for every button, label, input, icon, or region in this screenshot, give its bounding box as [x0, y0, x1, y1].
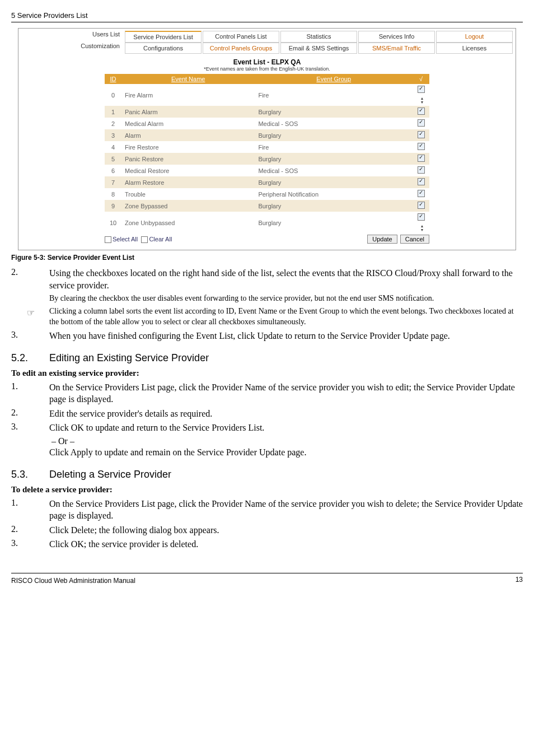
row-checkbox[interactable]: [418, 155, 425, 162]
tabs-row-1: Users List Service Providers List Contro…: [21, 31, 513, 43]
table-row: 1Panic AlarmBurglary: [105, 106, 429, 118]
scroll-arrows-icon[interactable]: ▴▾: [421, 224, 423, 232]
step-text: Using the checkboxes located on the righ…: [49, 267, 523, 291]
step-text: Click Delete; the following dialog box a…: [49, 524, 523, 536]
tab-configurations[interactable]: Configurations: [125, 43, 202, 54]
tab-service-providers[interactable]: Service Providers List: [125, 31, 202, 43]
note-text: By clearing the checkbox the user disabl…: [43, 293, 523, 304]
col-event-group[interactable]: Event Group: [255, 74, 413, 84]
table-row: 8TroublePeripheral Notification: [105, 188, 429, 200]
section-title: Editing an Existing Service Provider: [49, 352, 209, 364]
row-checkbox[interactable]: [418, 202, 425, 209]
step-num: 2.: [11, 524, 49, 536]
step-text: Click OK to update and return to the Ser…: [49, 422, 523, 434]
update-button[interactable]: Update: [367, 235, 397, 244]
col-id[interactable]: ID: [105, 74, 121, 84]
table-row: 10Zone UnbypassedBurglary▴▾: [105, 212, 429, 234]
row-checkbox[interactable]: [418, 119, 425, 127]
tab-control-panels-list[interactable]: Control Panels List: [203, 31, 279, 43]
subheading: To edit an existing service provider:: [11, 368, 523, 378]
clear-all-checkbox[interactable]: [141, 236, 148, 243]
col-check[interactable]: √: [413, 74, 429, 84]
row-checkbox[interactable]: [418, 178, 425, 185]
tab-email-sms[interactable]: Email & SMS Settings: [280, 43, 357, 54]
section-title: Deleting a Service Provider: [49, 469, 171, 480]
table-row: 0Fire AlarmFire▴▾: [105, 84, 429, 106]
event-list-title: Event List - ELPX QA: [38, 58, 496, 66]
tab-control-panels-groups[interactable]: Control Panels Groups: [203, 43, 279, 54]
header-rule: [11, 22, 523, 22]
section-header: 5 Service Providers List: [11, 11, 523, 20]
subheading: To delete a service provider:: [11, 485, 523, 494]
figure-caption: Figure 5-3: Service Provider Event List: [11, 254, 523, 262]
row-checkbox[interactable]: [418, 213, 425, 221]
tab-services-info[interactable]: Services Info: [358, 31, 435, 43]
customization-label: Customization: [21, 43, 124, 54]
step-num: 2.: [11, 408, 49, 420]
row-checkbox[interactable]: [418, 86, 425, 93]
row-checkbox[interactable]: [418, 108, 425, 115]
footer-page-number: 13: [516, 576, 523, 584]
step-num: 1.: [11, 381, 49, 405]
tab-licenses[interactable]: Licenses: [436, 43, 513, 54]
footer-title: RISCO Cloud Web Administration Manual: [11, 577, 135, 585]
step-num: 1.: [11, 498, 49, 522]
page-footer: RISCO Cloud Web Administration Manual 13: [11, 573, 523, 585]
step-text: Edit the service provider's details as r…: [49, 408, 523, 420]
step-text: On the Service Providers List page, clic…: [49, 381, 523, 405]
or-separator: – Or –: [51, 436, 523, 446]
row-checkbox[interactable]: [418, 143, 425, 150]
scroll-arrows-icon[interactable]: ▴▾: [421, 96, 423, 104]
note-text: Clicking a column label sorts the event …: [43, 306, 523, 328]
select-all-label[interactable]: Select All: [113, 236, 138, 242]
event-list-screenshot: Users List Service Providers List Contro…: [18, 28, 516, 250]
table-row: 2Medical AlarmMedical - SOS: [105, 118, 429, 129]
step-text: On the Service Providers List page, clic…: [49, 498, 523, 522]
step-num: 3.: [11, 538, 49, 550]
event-table: ID Event Name Event Group √ 0Fire AlarmF…: [105, 74, 429, 234]
tab-sms-traffic[interactable]: SMS/Email Traffic: [358, 43, 435, 54]
clear-all-label[interactable]: Clear All: [149, 236, 172, 242]
users-list-label: Users List: [21, 31, 124, 43]
step-text: Click Apply to update and remain on the …: [49, 446, 523, 459]
table-row: 3AlarmBurglary: [105, 129, 429, 141]
row-checkbox[interactable]: [418, 131, 425, 138]
table-row: 6Medical RestoreMedical - SOS: [105, 165, 429, 176]
table-row: 4Fire RestoreFire: [105, 141, 429, 153]
section-number: 5.3.: [11, 469, 49, 480]
section-number: 5.2.: [11, 352, 49, 364]
step-text: When you have finished configuring the E…: [49, 330, 523, 342]
step-num: 3.: [11, 330, 49, 342]
select-all-checkbox[interactable]: [105, 236, 111, 243]
step-num: 2.: [11, 267, 49, 291]
tab-logout[interactable]: Logout: [436, 31, 513, 43]
event-list-subtitle: *Event names are taken from the English-…: [38, 66, 496, 72]
tabs-row-2: Customization Configurations Control Pan…: [21, 43, 513, 54]
step-num: 3.: [11, 422, 49, 434]
table-row: 5Panic RestoreBurglary: [105, 153, 429, 165]
row-checkbox[interactable]: [418, 166, 425, 174]
tab-statistics[interactable]: Statistics: [280, 31, 357, 43]
row-checkbox[interactable]: [418, 190, 425, 197]
step-text: Click OK; the service provider is delete…: [49, 538, 523, 550]
cancel-button[interactable]: Cancel: [400, 235, 429, 244]
table-row: 9Zone BypassedBurglary: [105, 200, 429, 212]
table-row: 7Alarm RestoreBurglary: [105, 176, 429, 188]
note-hand-icon: ☞: [27, 306, 43, 328]
col-event-name[interactable]: Event Name: [121, 74, 255, 84]
